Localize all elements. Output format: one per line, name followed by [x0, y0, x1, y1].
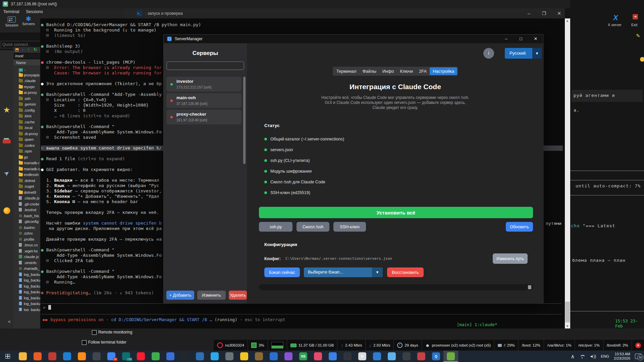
file-item[interactable]: .di-proxy	[13, 131, 40, 137]
remote-monitoring-checkbox[interactable]	[92, 330, 97, 335]
chip-button[interactable]: SSH-ключ	[333, 222, 366, 232]
pencil-icon[interactable]: ✎	[636, 33, 640, 39]
tab-2FA[interactable]: 2FA	[416, 67, 430, 75]
refresh-icon[interactable]: ↻	[34, 47, 37, 52]
server-list-item[interactable]: investor173.212.212.157 [ssh]	[166, 77, 241, 92]
tab-Инфо[interactable]: Инфо	[379, 67, 397, 75]
taskbar-app-icon[interactable]: 715	[119, 351, 133, 362]
wifi-icon[interactable]	[579, 355, 585, 358]
taskbar-app-icon[interactable]	[89, 351, 104, 362]
file-item[interactable]: go	[13, 155, 40, 161]
file-item[interactable]: .config	[13, 108, 40, 114]
taskbar-app-icon[interactable]	[15, 351, 30, 362]
file-item[interactable]: log_backu	[13, 284, 40, 290]
restore-button[interactable]: Восстановить	[387, 267, 424, 277]
taskbar-app-icon[interactable]	[30, 351, 45, 362]
install-all-button[interactable]: Установить всё	[259, 207, 533, 218]
exit-icon[interactable]: ➜	[633, 14, 638, 19]
taskbar-app-icon[interactable]	[45, 351, 60, 362]
close-icon[interactable]: ✕	[635, 343, 641, 348]
file-item[interactable]: .profile	[13, 237, 40, 243]
menu-item[interactable]: Terminal	[0, 8, 22, 15]
chip-button[interactable]: Скилл /ssh	[297, 222, 329, 232]
backup-select[interactable]: Выберите бэкап... ▼	[304, 267, 383, 277]
file-item[interactable]: .git-crede	[13, 201, 40, 207]
file-item[interactable]: log_backu	[13, 295, 40, 301]
minimize-button[interactable]: –	[524, 9, 534, 17]
server-list-item[interactable]: main-ovh37.187.136.86 [ssh]	[166, 93, 241, 108]
language-select[interactable]: Русский ▼	[505, 48, 542, 59]
file-item[interactable]: .gitconfig	[13, 219, 40, 225]
language-indicator[interactable]: ENG	[601, 354, 609, 358]
tray-clock[interactable]: 10:53 AM2/23/2026	[614, 352, 630, 361]
taskbar-app-icon[interactable]	[74, 351, 89, 362]
file-item[interactable]: .mariadb_	[13, 266, 40, 272]
file-item[interactable]: .npm	[13, 148, 40, 155]
taskbar-app-icon[interactable]	[148, 351, 163, 362]
session-button[interactable]: Session	[3, 16, 21, 27]
taskbar-app-icon[interactable]	[266, 351, 281, 362]
file-item[interactable]: .tmux.co	[13, 242, 40, 248]
tab-Настройка[interactable]: Настройка	[430, 67, 457, 75]
notification-center-icon[interactable]: 32	[635, 354, 641, 359]
follow-folder-checkbox[interactable]	[82, 340, 87, 345]
backup-now-button[interactable]: Бэкап сейчас	[264, 267, 300, 277]
file-item[interactable]: .local	[13, 125, 40, 131]
file-item[interactable]: .zshrc	[13, 231, 40, 237]
sftp-plane-icon[interactable]: ➤	[0, 165, 13, 182]
path-input[interactable]	[14, 53, 41, 59]
change-path-button[interactable]: Изменить путь	[493, 253, 528, 264]
file-column-header[interactable]: Name	[13, 60, 43, 66]
taskbar-app-icon[interactable]	[384, 351, 399, 362]
taskbar-app-icon[interactable]	[133, 351, 148, 362]
file-item[interactable]: .claude.js	[13, 254, 40, 260]
sm-minimize-button[interactable]: –	[499, 35, 514, 43]
file-item[interactable]: .wget-hs	[13, 248, 40, 254]
file-item[interactable]: .claude	[13, 78, 40, 84]
file-item[interactable]: mariadb-i	[13, 160, 40, 166]
sm-close-button[interactable]: ✕	[528, 35, 543, 43]
file-item[interactable]: log_backu	[13, 272, 40, 278]
scrollbar-thumb[interactable]	[565, 302, 570, 322]
file-item[interactable]: ↑..	[13, 66, 40, 72]
favorites-star-icon[interactable]: ★	[0, 101, 13, 119]
add-server-button[interactable]: + Добавить	[166, 291, 194, 300]
info-button[interactable]: i	[483, 48, 494, 59]
upload-icon[interactable]: ↑	[28, 47, 30, 52]
taskbar-app-icon[interactable]	[414, 351, 429, 362]
tray-chevron-icon[interactable]: ∧	[571, 353, 575, 360]
file-item[interactable]: .nuget	[13, 184, 40, 190]
terminal-scrollbar[interactable]: ▲ ▼	[565, 18, 570, 328]
edit-server-button[interactable]: Изменить	[197, 291, 226, 300]
taskbar-app-icon[interactable]: Q	[429, 351, 443, 362]
servers-button[interactable]: ✱ Servers	[19, 16, 38, 26]
terminal-prompt[interactable]: >	[43, 305, 51, 310]
server-list-scrollbar[interactable]	[243, 77, 246, 164]
file-item[interactable]: myvpn	[13, 84, 40, 90]
progress-thumb[interactable]	[528, 285, 531, 289]
refresh-button[interactable]: Обновить	[506, 222, 533, 232]
file-item[interactable]: log_backu	[13, 289, 40, 295]
tab-Файлы[interactable]: Файлы	[360, 67, 379, 75]
server-search-input[interactable]	[166, 61, 244, 70]
tab-Терминал[interactable]: Терминал	[333, 67, 360, 75]
scroll-left-arrow[interactable]: <	[8, 319, 11, 324]
file-item[interactable]: .kimi	[13, 113, 40, 119]
folder-up-icon[interactable]: ⬒	[15, 47, 19, 52]
taskbar-app-icon[interactable]	[60, 351, 74, 362]
file-item[interactable]: log_backu	[13, 307, 40, 311]
file-item[interactable]: ai-proxy	[13, 90, 40, 96]
file-item[interactable]: .gemini	[13, 102, 40, 108]
x-server-icon[interactable]: X	[613, 13, 618, 22]
taskbar-app-icon[interactable]	[443, 351, 458, 362]
taskbar-app-icon[interactable]	[325, 351, 340, 362]
taskbar-app-icon[interactable]	[252, 351, 266, 362]
tools-knife-icon[interactable]	[0, 133, 13, 150]
taskbar-app-icon[interactable]	[311, 351, 325, 362]
server-list-item[interactable]: proxy-checker161.97.118.40 [ssh]	[166, 110, 241, 124]
file-item[interactable]: endlessh	[13, 172, 40, 178]
start-button[interactable]	[0, 351, 15, 362]
tab-Ключи[interactable]: Ключи	[397, 67, 416, 75]
menu-item[interactable]: Sessions	[22, 8, 46, 15]
download-icon[interactable]: ↓	[21, 47, 23, 52]
